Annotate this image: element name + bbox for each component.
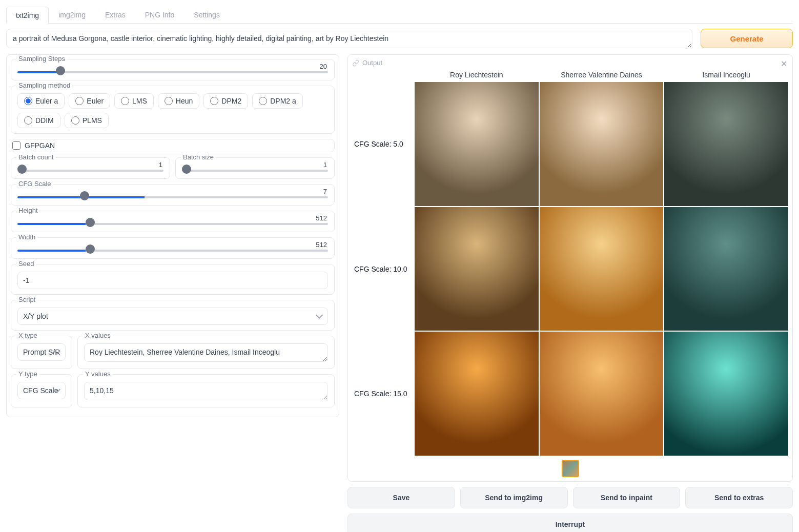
interrupt-button[interactable]: Interrupt — [347, 514, 793, 532]
tab-pnginfo[interactable]: PNG Info — [135, 6, 185, 23]
sampler-lms[interactable]: LMS — [114, 93, 154, 109]
sampling-method-label: Sampling method — [16, 81, 72, 89]
output-thumbnail[interactable] — [562, 460, 579, 477]
script-select[interactable]: X/Y plot — [17, 308, 328, 325]
prompt-input[interactable]: a portrait of Medusa Gorgona, castle int… — [6, 29, 692, 48]
sampler-euler-a[interactable]: Euler a — [17, 93, 65, 109]
generate-button[interactable]: Generate — [701, 29, 793, 48]
output-label: Output — [362, 59, 382, 67]
sampling-steps-label: Sampling Steps — [16, 55, 67, 63]
output-image[interactable] — [540, 332, 664, 456]
gfpgan-checkbox[interactable] — [12, 141, 21, 150]
send-img2img-button[interactable]: Send to img2img — [460, 487, 568, 508]
x-values-label: X values — [83, 332, 113, 339]
output-image[interactable] — [415, 332, 539, 456]
grid-row-label: CFG Scale: 5.0 — [352, 82, 414, 206]
output-grid: Roy Liechtestein Sherree Valentine Daine… — [352, 69, 788, 456]
x-values-input[interactable]: Roy Liechtestein, Sherree Valentine Dain… — [84, 343, 328, 362]
height-slider[interactable] — [17, 223, 328, 225]
y-type-label: Y type — [16, 370, 39, 378]
output-image[interactable] — [415, 207, 539, 331]
main-tabs: txt2img img2img Extras PNG Info Settings — [6, 6, 793, 24]
close-icon[interactable]: ✕ — [781, 59, 787, 69]
grid-row-label: CFG Scale: 10.0 — [352, 207, 414, 331]
script-label: Script — [16, 296, 37, 303]
sampler-euler[interactable]: Euler — [69, 93, 110, 109]
output-image[interactable] — [540, 82, 664, 206]
height-value: 512 — [316, 214, 327, 222]
x-type-label: X type — [16, 332, 39, 339]
cfg-scale-value: 7 — [323, 188, 327, 195]
sampling-steps-slider[interactable] — [17, 71, 328, 73]
output-image[interactable] — [540, 207, 664, 331]
height-label: Height — [16, 207, 40, 214]
batch-size-slider[interactable] — [182, 170, 328, 172]
width-value: 512 — [316, 241, 327, 249]
batch-count-value: 1 — [159, 161, 162, 169]
send-inpaint-button[interactable]: Send to inpaint — [573, 487, 681, 508]
output-image[interactable] — [664, 82, 788, 206]
output-image[interactable] — [415, 82, 539, 206]
sampling-steps-value: 20 — [320, 63, 327, 70]
seed-input[interactable] — [17, 272, 328, 289]
sampler-dpm2[interactable]: DPM2 — [203, 93, 248, 109]
tab-extras[interactable]: Extras — [95, 6, 135, 23]
batch-count-slider[interactable] — [17, 170, 163, 172]
save-button[interactable]: Save — [347, 487, 455, 508]
cfg-scale-slider[interactable] — [17, 196, 328, 198]
output-image[interactable] — [664, 332, 788, 456]
cfg-scale-label: CFG Scale — [16, 180, 53, 188]
batch-size-label: Batch size — [181, 153, 216, 161]
sampling-method-group: Euler a Euler LMS Heun DPM2 DPM2 a DDIM … — [17, 93, 328, 128]
grid-col-header: Ismail Inceoglu — [664, 69, 788, 81]
grid-col-header: Sherree Valentine Daines — [540, 69, 664, 81]
y-type-select[interactable]: CFG Scale — [17, 382, 66, 399]
link-icon — [352, 59, 359, 67]
gfpgan-label: GFPGAN — [25, 141, 55, 150]
tab-img2img[interactable]: img2img — [49, 6, 95, 23]
width-slider[interactable] — [17, 250, 328, 252]
sampler-heun[interactable]: Heun — [158, 93, 199, 109]
output-panel: Output ✕ Roy Liechtestein Sherree Valent… — [347, 54, 793, 482]
width-label: Width — [16, 233, 37, 241]
sampler-plms[interactable]: PLMS — [65, 113, 109, 128]
sampler-ddim[interactable]: DDIM — [17, 113, 60, 128]
tab-settings[interactable]: Settings — [184, 6, 230, 23]
grid-col-header: Roy Liechtestein — [415, 69, 539, 81]
batch-size-value: 1 — [323, 161, 327, 169]
batch-count-label: Batch count — [16, 153, 56, 161]
seed-label: Seed — [16, 260, 36, 268]
sampler-dpm2a[interactable]: DPM2 a — [252, 93, 303, 109]
y-values-input[interactable]: 5,10,15 — [84, 382, 328, 400]
grid-row-label: CFG Scale: 15.0 — [352, 332, 414, 456]
tab-txt2img[interactable]: txt2img — [6, 7, 49, 24]
y-values-label: Y values — [83, 370, 113, 378]
output-image[interactable] — [664, 207, 788, 331]
send-extras-button[interactable]: Send to extras — [685, 487, 793, 508]
x-type-select[interactable]: Prompt S/R — [17, 343, 66, 361]
